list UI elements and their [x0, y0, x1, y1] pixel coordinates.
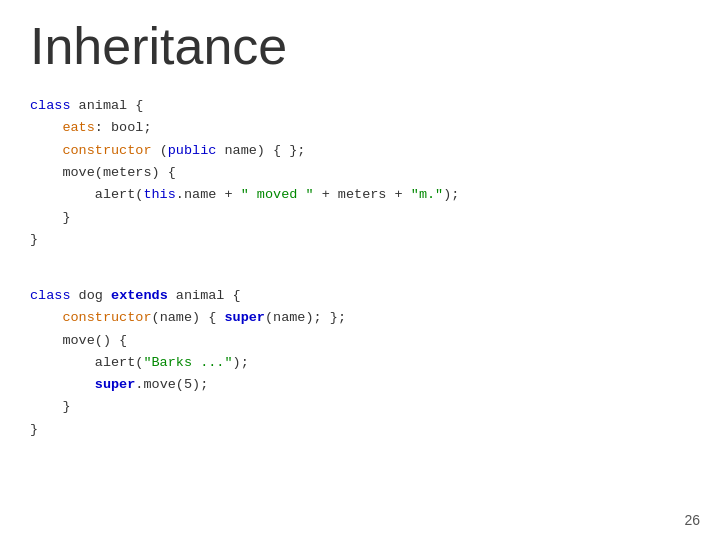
code-line-1: class animal { — [30, 95, 690, 117]
code-line-6: } — [30, 207, 690, 229]
page-title: Inheritance — [0, 0, 720, 85]
code-line-3: constructor (public name) { }; — [30, 140, 690, 162]
code-line-7: } — [30, 229, 690, 251]
code-line-12: super.move(5); — [30, 374, 690, 396]
code-line-10: move() { — [30, 330, 690, 352]
code-line-8: class dog extends animal { — [30, 285, 690, 307]
code-line-9: constructor(name) { super(name); }; — [30, 307, 690, 329]
code-line-2: eats: bool; — [30, 117, 690, 139]
page-number: 26 — [684, 512, 700, 528]
code-line-5: alert(this.name + " moved " + meters + "… — [30, 184, 690, 206]
code-line-13: } — [30, 396, 690, 418]
code-line-4: move(meters) { — [30, 162, 690, 184]
code-block-animal: class animal { eats: bool; constructor (… — [0, 85, 720, 261]
code-line-14: } — [30, 419, 690, 441]
code-block-dog: class dog extends animal { constructor(n… — [0, 275, 720, 451]
code-line-11: alert("Barks ..."); — [30, 352, 690, 374]
